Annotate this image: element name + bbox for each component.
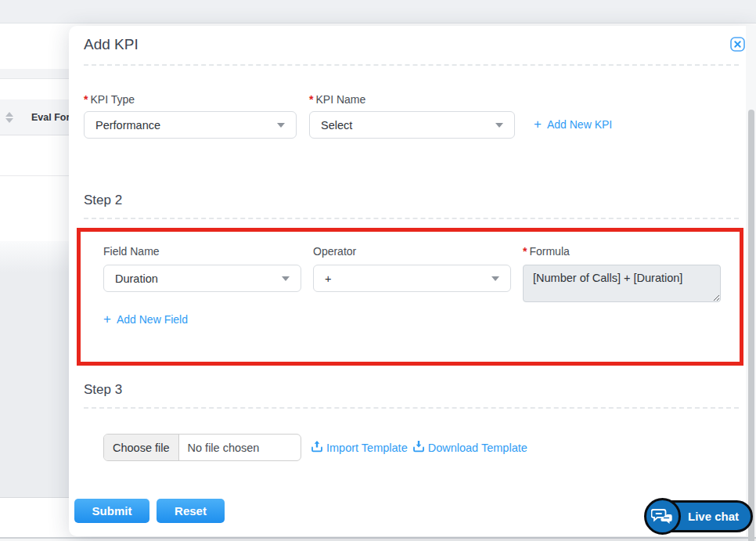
live-chat-widget[interactable]: Live chat bbox=[644, 498, 753, 535]
kpi-type-label: *KPI Type bbox=[84, 93, 135, 106]
formula-label: *Formula bbox=[523, 245, 570, 258]
add-new-field-link[interactable]: + Add New Field bbox=[103, 313, 188, 326]
step3-divider bbox=[84, 407, 739, 409]
chevron-down-icon bbox=[282, 276, 290, 281]
operator-select[interactable]: + bbox=[313, 265, 511, 292]
template-links: Import Template Download Template bbox=[311, 440, 527, 455]
step2-divider bbox=[84, 218, 739, 219]
close-icon[interactable] bbox=[730, 37, 745, 52]
add-new-kpi-label: Add New KPI bbox=[547, 118, 612, 131]
file-status-text: No file chosen bbox=[179, 435, 268, 460]
download-template-link[interactable]: Download Template bbox=[412, 440, 527, 455]
add-new-kpi-link[interactable]: + Add New KPI bbox=[534, 118, 612, 131]
file-input[interactable]: Choose file No file chosen bbox=[103, 434, 301, 461]
chevron-down-icon bbox=[277, 123, 285, 128]
field-name-selected-value: Duration bbox=[115, 272, 158, 285]
choose-file-button[interactable]: Choose file bbox=[104, 435, 179, 460]
required-asterisk: * bbox=[523, 245, 527, 258]
import-template-link[interactable]: Import Template bbox=[311, 440, 408, 455]
chat-bubble-icon bbox=[644, 498, 681, 535]
add-new-field-label: Add New Field bbox=[117, 313, 188, 326]
step2-heading: Step 2 bbox=[84, 193, 122, 208]
step3-heading: Step 3 bbox=[84, 382, 122, 398]
formula-textarea[interactable]: [Number of Calls] + [Duration] bbox=[523, 265, 721, 302]
kpi-name-select[interactable]: Select bbox=[309, 111, 515, 139]
plus-icon: + bbox=[103, 314, 111, 325]
required-asterisk: * bbox=[84, 93, 88, 106]
scrollbar-thumb[interactable] bbox=[748, 110, 754, 541]
chevron-down-icon bbox=[491, 276, 499, 281]
upload-icon bbox=[311, 440, 323, 455]
download-icon bbox=[412, 440, 425, 455]
modal-title: Add KPI bbox=[84, 36, 139, 53]
plus-icon: + bbox=[534, 119, 542, 130]
kpi-type-select[interactable]: Performance bbox=[84, 111, 297, 139]
reset-button[interactable]: Reset bbox=[157, 499, 225, 523]
import-template-label: Import Template bbox=[326, 442, 408, 454]
kpi-name-selected-value: Select bbox=[321, 119, 352, 132]
operator-selected-value: + bbox=[325, 272, 331, 285]
field-name-label: Field Name bbox=[103, 245, 160, 258]
chevron-down-icon bbox=[495, 123, 503, 128]
submit-button[interactable]: Submit bbox=[74, 499, 149, 523]
header-divider bbox=[84, 64, 739, 66]
download-template-label: Download Template bbox=[428, 442, 527, 454]
field-name-select[interactable]: Duration bbox=[103, 265, 301, 292]
page-top-band bbox=[0, 0, 756, 23]
sort-icon[interactable] bbox=[5, 112, 13, 123]
kpi-type-selected-value: Performance bbox=[95, 119, 160, 132]
operator-label: Operator bbox=[313, 245, 356, 258]
kpi-name-label: *KPI Name bbox=[309, 93, 365, 106]
required-asterisk: * bbox=[309, 93, 313, 106]
add-kpi-modal: Add KPI *KPI Type *KPI Name Performance … bbox=[69, 26, 756, 536]
